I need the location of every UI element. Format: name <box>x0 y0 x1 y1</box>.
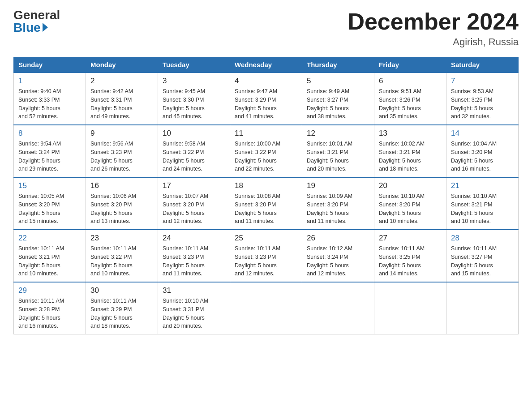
title-block: December 2024 Agirish, Russia <box>348 9 519 48</box>
calendar-cell: 11Sunrise: 10:00 AMSunset: 3:22 PMDaylig… <box>230 125 302 177</box>
calendar-week-3: 15Sunrise: 10:05 AMSunset: 3:20 PMDaylig… <box>14 177 519 230</box>
calendar-cell: 20Sunrise: 10:10 AMSunset: 3:20 PMDaylig… <box>374 177 446 230</box>
header-day-thursday: Thursday <box>302 57 374 73</box>
day-info: Sunrise: 9:49 AMSunset: 3:27 PMDaylight:… <box>307 87 369 121</box>
logo-blue-text: Blue <box>13 21 48 34</box>
day-info: Sunrise: 9:54 AMSunset: 3:24 PMDaylight:… <box>18 140 81 173</box>
header-day-sunday: Sunday <box>14 57 86 73</box>
calendar-week-2: 8Sunrise: 9:54 AMSunset: 3:24 PMDaylight… <box>14 125 519 177</box>
day-number: 9 <box>90 129 153 138</box>
header-day-friday: Friday <box>374 57 446 73</box>
calendar-cell: 13Sunrise: 10:02 AMSunset: 3:21 PMDaylig… <box>374 125 446 177</box>
calendar-cell: 4Sunrise: 9:47 AMSunset: 3:29 PMDaylight… <box>230 73 302 125</box>
calendar-table: SundayMondayTuesdayWednesdayThursdayFrid… <box>13 57 519 334</box>
day-number: 23 <box>90 234 153 243</box>
header-day-saturday: Saturday <box>446 57 519 73</box>
day-info: Sunrise: 10:11 AMSunset: 3:25 PMDaylight… <box>379 244 442 278</box>
day-number: 18 <box>235 181 297 190</box>
calendar-cell: 8Sunrise: 9:54 AMSunset: 3:24 PMDaylight… <box>14 125 86 177</box>
header-day-monday: Monday <box>86 57 158 73</box>
day-number: 5 <box>307 77 369 86</box>
calendar-header: SundayMondayTuesdayWednesdayThursdayFrid… <box>14 57 519 73</box>
calendar-cell: 27Sunrise: 10:11 AMSunset: 3:25 PMDaylig… <box>374 230 446 282</box>
day-info: Sunrise: 10:07 AMSunset: 3:20 PMDaylight… <box>163 192 225 226</box>
calendar-cell: 30Sunrise: 10:11 AMSunset: 3:29 PMDaylig… <box>86 282 158 334</box>
day-info: Sunrise: 10:05 AMSunset: 3:20 PMDaylight… <box>18 192 81 226</box>
calendar-cell: 9Sunrise: 9:56 AMSunset: 3:23 PMDaylight… <box>86 125 158 177</box>
header-day-wednesday: Wednesday <box>230 57 302 73</box>
day-info: Sunrise: 10:11 AMSunset: 3:29 PMDaylight… <box>90 297 153 330</box>
day-info: Sunrise: 10:12 AMSunset: 3:24 PMDaylight… <box>307 244 369 278</box>
day-info: Sunrise: 10:11 AMSunset: 3:23 PMDaylight… <box>163 244 225 278</box>
day-info: Sunrise: 9:58 AMSunset: 3:22 PMDaylight:… <box>163 140 225 173</box>
day-number: 8 <box>18 129 81 138</box>
day-info: Sunrise: 9:42 AMSunset: 3:31 PMDaylight:… <box>90 87 153 121</box>
calendar-cell: 2Sunrise: 9:42 AMSunset: 3:31 PMDaylight… <box>86 73 158 125</box>
day-info: Sunrise: 10:02 AMSunset: 3:21 PMDaylight… <box>379 140 442 173</box>
calendar-week-1: 1Sunrise: 9:40 AMSunset: 3:33 PMDaylight… <box>14 73 519 125</box>
day-info: Sunrise: 10:01 AMSunset: 3:21 PMDaylight… <box>307 140 369 173</box>
day-number: 27 <box>379 234 442 243</box>
calendar-cell: 7Sunrise: 9:53 AMSunset: 3:25 PMDaylight… <box>446 73 519 125</box>
calendar-body: 1Sunrise: 9:40 AMSunset: 3:33 PMDaylight… <box>14 73 519 334</box>
calendar-cell: 16Sunrise: 10:06 AMSunset: 3:20 PMDaylig… <box>86 177 158 230</box>
day-number: 21 <box>451 181 514 190</box>
day-number: 16 <box>90 181 153 190</box>
day-number: 28 <box>451 234 514 243</box>
day-number: 26 <box>307 234 369 243</box>
day-number: 7 <box>451 77 514 86</box>
day-info: Sunrise: 10:10 AMSunset: 3:20 PMDaylight… <box>379 192 442 226</box>
logo-general-text: General <box>13 9 60 21</box>
calendar-cell: 1Sunrise: 9:40 AMSunset: 3:33 PMDaylight… <box>14 73 86 125</box>
page-header: General Blue December 2024 Agirish, Russ… <box>13 9 519 48</box>
calendar-cell: 28Sunrise: 10:11 AMSunset: 3:27 PMDaylig… <box>446 230 519 282</box>
calendar-cell: 22Sunrise: 10:11 AMSunset: 3:21 PMDaylig… <box>14 230 86 282</box>
day-info: Sunrise: 9:47 AMSunset: 3:29 PMDaylight:… <box>235 87 297 121</box>
calendar-cell: 10Sunrise: 9:58 AMSunset: 3:22 PMDayligh… <box>158 125 230 177</box>
calendar-cell: 12Sunrise: 10:01 AMSunset: 3:21 PMDaylig… <box>302 125 374 177</box>
day-info: Sunrise: 10:00 AMSunset: 3:22 PMDaylight… <box>235 140 297 173</box>
calendar-cell: 21Sunrise: 10:10 AMSunset: 3:21 PMDaylig… <box>446 177 519 230</box>
calendar-cell: 25Sunrise: 10:11 AMSunset: 3:23 PMDaylig… <box>230 230 302 282</box>
calendar-cell: 29Sunrise: 10:11 AMSunset: 3:28 PMDaylig… <box>14 282 86 334</box>
day-number: 13 <box>379 129 442 138</box>
calendar-cell <box>302 282 374 334</box>
day-info: Sunrise: 9:51 AMSunset: 3:26 PMDaylight:… <box>379 87 442 121</box>
day-number: 31 <box>163 286 225 295</box>
day-info: Sunrise: 10:11 AMSunset: 3:23 PMDaylight… <box>235 244 297 278</box>
day-number: 10 <box>163 129 225 138</box>
day-number: 22 <box>18 234 81 243</box>
day-info: Sunrise: 10:10 AMSunset: 3:31 PMDaylight… <box>163 297 225 330</box>
day-number: 6 <box>379 77 442 86</box>
calendar-cell: 24Sunrise: 10:11 AMSunset: 3:23 PMDaylig… <box>158 230 230 282</box>
day-number: 12 <box>307 129 369 138</box>
day-info: Sunrise: 10:08 AMSunset: 3:20 PMDaylight… <box>235 192 297 226</box>
day-info: Sunrise: 10:10 AMSunset: 3:21 PMDaylight… <box>451 192 514 226</box>
day-number: 11 <box>235 129 297 138</box>
calendar-cell <box>374 282 446 334</box>
day-number: 30 <box>90 286 153 295</box>
day-number: 25 <box>235 234 297 243</box>
day-info: Sunrise: 10:04 AMSunset: 3:20 PMDaylight… <box>451 140 514 173</box>
day-number: 14 <box>451 129 514 138</box>
calendar-cell: 23Sunrise: 10:11 AMSunset: 3:22 PMDaylig… <box>86 230 158 282</box>
day-number: 1 <box>18 77 81 86</box>
calendar-cell: 31Sunrise: 10:10 AMSunset: 3:31 PMDaylig… <box>158 282 230 334</box>
day-number: 17 <box>163 181 225 190</box>
header-day-tuesday: Tuesday <box>158 57 230 73</box>
calendar-cell: 26Sunrise: 10:12 AMSunset: 3:24 PMDaylig… <box>302 230 374 282</box>
day-info: Sunrise: 9:53 AMSunset: 3:25 PMDaylight:… <box>451 87 514 121</box>
day-number: 29 <box>18 286 81 295</box>
day-number: 15 <box>18 181 81 190</box>
location-label: Agirish, Russia <box>348 36 519 48</box>
calendar-cell: 14Sunrise: 10:04 AMSunset: 3:20 PMDaylig… <box>446 125 519 177</box>
calendar-cell <box>446 282 519 334</box>
day-info: Sunrise: 10:11 AMSunset: 3:21 PMDaylight… <box>18 244 81 278</box>
calendar-cell: 17Sunrise: 10:07 AMSunset: 3:20 PMDaylig… <box>158 177 230 230</box>
calendar-cell: 15Sunrise: 10:05 AMSunset: 3:20 PMDaylig… <box>14 177 86 230</box>
day-number: 19 <box>307 181 369 190</box>
day-number: 3 <box>163 77 225 86</box>
day-info: Sunrise: 9:56 AMSunset: 3:23 PMDaylight:… <box>90 140 153 173</box>
day-number: 2 <box>90 77 153 86</box>
calendar-cell: 6Sunrise: 9:51 AMSunset: 3:26 PMDaylight… <box>374 73 446 125</box>
